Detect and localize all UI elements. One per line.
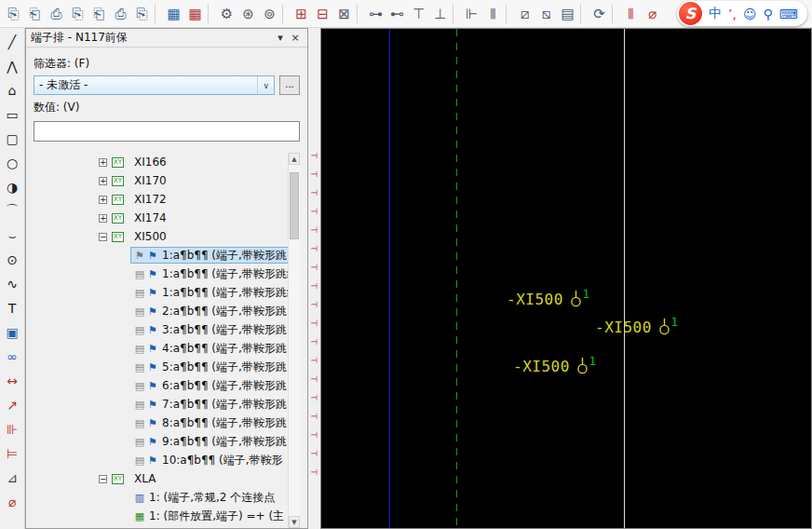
tree-item-terminal[interactable]: ▤⚑3:a¶b¶¶ (端子,带鞍形跳 — [34, 320, 300, 339]
diameter-icon[interactable]: ⌀ — [1, 490, 23, 514]
sector-icon[interactable]: ◑ — [1, 175, 23, 199]
hyperlink-icon[interactable]: ∞ — [1, 345, 23, 369]
dimension-icon[interactable]: ↔ — [1, 369, 23, 393]
tree-item-terminal[interactable]: ▤⚑4:a¶b¶¶ (端子,带鞍形跳 — [34, 339, 300, 358]
tree-item-terminal[interactable]: ▤⚑9:a¶b¶¶ (端子,带鞍形跳 — [34, 432, 300, 451]
panel-titlebar[interactable]: 端子排 - N117前保 ▾ × — [26, 29, 307, 47]
close-icon[interactable]: × — [288, 32, 303, 44]
rectangle-2-icon[interactable]: ▢ — [1, 127, 23, 151]
terminal-mark-icon[interactable]: ⊣ — [311, 244, 318, 254]
schematic-canvas[interactable]: -XI500 1 -XI500 1 -XI500 1 — [320, 28, 812, 529]
text-icon[interactable]: T — [1, 296, 23, 320]
terminal-mark-icon[interactable]: ⊣ — [311, 188, 318, 198]
terminal-mark-icon[interactable]: ⊣ — [311, 430, 318, 441]
tree-item-XI500[interactable]: − XY XI500 — [34, 227, 300, 246]
filter-more-button[interactable]: ... — [279, 75, 300, 95]
tree-item-terminal[interactable]: ▤⚑1:a¶b¶¶ (端子,带鞍形跳线 — [34, 283, 300, 302]
tree-item-XI170[interactable]: + XY XI170 — [34, 171, 300, 190]
scroll-down-icon[interactable]: ▼ — [289, 516, 300, 528]
potential-icon[interactable]: ⊥ — [429, 3, 451, 25]
terminal-mark-icon[interactable]: ⊣ — [311, 393, 318, 403]
tree-item-terminal[interactable]: ▤⚑6:a¶b¶¶ (端子,带鞍形跳 — [34, 376, 300, 395]
terminal-mark-icon[interactable]: ⊣ — [311, 337, 318, 347]
rectangle-icon[interactable]: ▭ — [1, 102, 23, 127]
report-icon[interactable]: ▤ — [557, 3, 578, 25]
insert-cable-icon[interactable]: ⊠ — [333, 3, 355, 25]
t-node-icon[interactable]: ⊤ — [408, 3, 429, 25]
tree-item-terminal[interactable]: ▤⚑2:a¶b¶¶ (端子,带鞍形跳 — [34, 302, 300, 320]
copy-page-icon[interactable]: ⎙ — [110, 3, 131, 25]
polyline-icon[interactable]: ⋀ — [1, 54, 23, 78]
red-bars-icon[interactable]: ⫴ — [620, 3, 642, 25]
tree-item-terminal[interactable]: ▤⚑1:a¶b¶¶ (端子,带鞍形跳线 — [34, 264, 300, 283]
terminal-mark-icon[interactable]: ⊣ — [311, 412, 318, 422]
hatch-2-icon[interactable]: ⧅ — [535, 3, 557, 25]
terminal-mark-icon[interactable]: ⊣ — [311, 263, 318, 273]
device-tag-3[interactable]: -XI500 1 — [513, 357, 596, 375]
gear-options-icon[interactable]: ⊚ — [259, 3, 280, 25]
expand-toggle-icon[interactable]: + — [99, 158, 107, 167]
gear-icon[interactable]: ⚙ — [216, 3, 237, 25]
tree-item-terminal[interactable]: ▤⚑10:a¶b¶¶ (端子,带鞍形 — [34, 451, 300, 469]
gear-parts-icon[interactable]: ⊛ — [237, 3, 259, 25]
page-macro-icon[interactable]: ⎙ — [46, 3, 67, 25]
terminal-mark-icon[interactable]: ⊣ — [311, 468, 318, 478]
scrollbar-track[interactable] — [289, 165, 300, 516]
polygon-icon[interactable]: ⌂ — [1, 78, 23, 102]
tree-item-terminal[interactable]: ▥1: (端子,常规,2 个连接点 — [34, 488, 300, 507]
connection-icon[interactable]: ⊶ — [365, 3, 386, 25]
table-blue-icon[interactable]: ▦ — [163, 3, 184, 25]
tree-item-terminal[interactable]: ⚑⚑1:a¶b¶¶ (端子,带鞍形跳 — [34, 246, 300, 264]
window-macro-icon[interactable]: ⎘ — [67, 3, 88, 25]
tree-item-XLA[interactable]: − XY XLA — [34, 469, 300, 488]
terminal-mark-icon[interactable]: ⊣ — [311, 225, 318, 236]
device-tag-2[interactable]: -XI500 1 — [595, 318, 678, 336]
terminal-mark-icon[interactable]: ⊣ — [311, 151, 318, 161]
dimension-baseline-icon[interactable]: ⊨ — [1, 441, 23, 466]
tree-scrollbar[interactable]: ▲ ▼ — [288, 153, 300, 528]
ellipse-icon[interactable]: ⊙ — [1, 248, 23, 272]
value-input[interactable] — [34, 121, 300, 142]
expand-toggle-icon[interactable]: − — [99, 233, 107, 241]
tree-item-terminal[interactable]: ▤⚑8:a¶b¶¶ (端子,带鞍形跳 — [34, 414, 300, 432]
tree-item-XI172[interactable]: + XY XI172 — [34, 190, 300, 209]
image-icon[interactable]: ▣ — [1, 320, 23, 345]
terminal-mark-icon[interactable]: ⊣ — [311, 207, 318, 217]
angle-icon[interactable]: ⊿ — [1, 466, 23, 490]
open-form-icon[interactable]: ⎗ — [24, 3, 46, 25]
circle-icon[interactable]: ○ — [1, 151, 23, 175]
junction-icon[interactable]: ⊷ — [386, 3, 408, 25]
keyboard-icon[interactable]: ⌨ — [779, 7, 798, 21]
arc-icon[interactable]: ⌒ — [1, 199, 23, 224]
expand-toggle-icon[interactable]: − — [99, 475, 107, 483]
refresh-icon[interactable]: ⟳ — [589, 3, 610, 25]
line-icon[interactable]: ╱ — [1, 30, 23, 54]
mic-icon[interactable]: ⚲ — [764, 7, 773, 21]
hatch-icon[interactable]: ⧄ — [514, 3, 535, 25]
emoji-icon[interactable]: ☺ — [743, 7, 757, 21]
tree-item-XI166[interactable]: + XY XI166 — [34, 153, 300, 171]
tree-item-terminal[interactable]: ▤⚑5:a¶b¶¶ (端子,带鞍形跳 — [34, 358, 300, 376]
expand-toggle-icon[interactable]: + — [99, 196, 107, 204]
insert-device-icon[interactable]: ⊞ — [291, 3, 312, 25]
sogou-logo-icon[interactable]: S — [679, 2, 702, 25]
terminal-mark-icon[interactable]: ⊣ — [311, 449, 318, 459]
insert-window-icon[interactable]: ⎘ — [3, 3, 24, 25]
scroll-up-icon[interactable]: ▲ — [289, 153, 300, 165]
punctuation-icon[interactable]: ’, — [728, 7, 737, 21]
arc-2-icon[interactable]: ⌣ — [1, 224, 23, 248]
terminal-mark-icon[interactable]: ⊣ — [311, 319, 318, 329]
red-diameter-icon[interactable]: ⌀ — [642, 3, 663, 25]
chevron-down-icon[interactable]: ∨ — [257, 76, 274, 94]
terminal-mark-icon[interactable]: ⊣ — [311, 170, 318, 180]
scrollbar-thumb[interactable] — [290, 172, 299, 239]
chinese-mode-icon[interactable]: 中 — [709, 6, 722, 22]
tree-item-terminal[interactable]: ▦1: (部件放置,端子) =+ (主 — [34, 507, 300, 525]
terminal-mark-icon[interactable]: ⊣ — [311, 281, 318, 292]
terminal-mark-icon[interactable]: ⊣ — [311, 356, 318, 366]
distribute-icon[interactable]: ⫴ — [482, 3, 504, 25]
symbol-macro-icon[interactable]: ⎗ — [88, 3, 110, 25]
tree-item-XI174[interactable]: + XY XI174 — [34, 209, 300, 227]
insert-terminal-icon[interactable]: ⊟ — [312, 3, 333, 25]
align-icon[interactable]: ⊩ — [461, 3, 482, 25]
